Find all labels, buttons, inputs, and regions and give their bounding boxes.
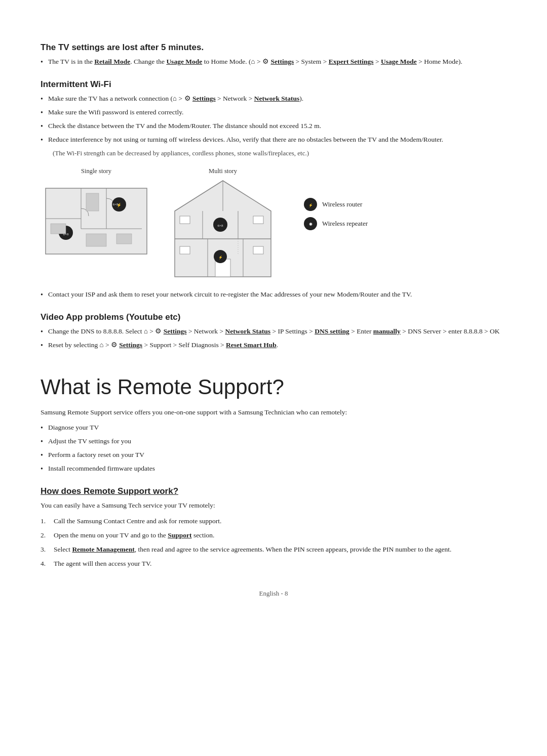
remote-support-bullet4: Install recommended firmware updates — [41, 464, 506, 474]
remote-support-title: What is Remote Support? — [41, 375, 506, 399]
single-story-svg: ⚡ 6×8 6×8 — [41, 178, 152, 259]
svg-rect-11 — [86, 234, 106, 246]
multi-story-label: Multi story — [209, 167, 237, 175]
svg-rect-24 — [253, 246, 263, 254]
svg-text:6×8: 6×8 — [113, 202, 119, 206]
wifi-bullet2: Make sure the Wifi password is entered c… — [41, 107, 506, 118]
svg-text:6×8: 6×8 — [218, 224, 223, 228]
single-story-diagram: Single story ⚡ 6×8 6×8 — [41, 167, 152, 259]
svg-rect-22 — [253, 216, 263, 224]
how-works-step3: Select Remote Management, then read and … — [41, 544, 506, 555]
svg-rect-10 — [51, 224, 66, 234]
wifi-note: (The Wi-Fi strength can be decreased by … — [53, 149, 506, 157]
video-app-bullet1: Change the DNS to 8.8.8.8. Select ⌂ > ⚙ … — [41, 326, 506, 337]
svg-rect-12 — [116, 234, 132, 244]
multi-story-diagram: Multi story — [172, 167, 274, 279]
wifi-section: Intermittent Wi-Fi Make sure the TV has … — [41, 79, 506, 300]
router-icon: ⚡ — [304, 198, 317, 211]
wifi-title: Intermittent Wi-Fi — [41, 79, 506, 90]
legend-router: ⚡ Wireless router — [304, 198, 368, 211]
how-works-intro: You can easily have a Samsung Tech servi… — [41, 500, 506, 511]
remote-support-intro: Samsung Remote Support service offers yo… — [41, 407, 506, 417]
wifi-diagram: Single story ⚡ 6×8 6×8 — [41, 167, 506, 279]
single-story-label: Single story — [81, 167, 111, 175]
video-app-bullet2: Reset by selecting ⌂ > ⚙ Settings > Supp… — [41, 340, 506, 351]
svg-text:⚡: ⚡ — [308, 203, 313, 207]
video-app-section: Video App problems (Youtube etc) Change … — [41, 312, 506, 351]
repeater-label: Wireless repeater — [322, 220, 368, 228]
page-footer: English - 8 — [41, 590, 506, 598]
how-works-section: How does Remote Support work? You can ea… — [41, 486, 506, 569]
how-works-step2: Open the menu on your TV and go to the S… — [41, 530, 506, 540]
how-works-step1: Call the Samsung Contact Centre and ask … — [41, 516, 506, 526]
legend-repeater: ❋ Wireless repeater — [304, 217, 368, 230]
svg-rect-21 — [180, 216, 190, 224]
remote-support-section: What is Remote Support? Samsung Remote S… — [41, 375, 506, 474]
wifi-legend: ⚡ Wireless router ❋ Wireless repeater — [304, 198, 368, 230]
router-label: Wireless router — [322, 200, 362, 208]
svg-rect-23 — [180, 246, 190, 254]
tv-settings-section: The TV settings are lost after 5 minutes… — [41, 43, 506, 67]
remote-support-bullet2: Adjust the TV settings for you — [41, 436, 506, 447]
tv-settings-bullet1: The TV is in the Retail Mode. Change the… — [41, 57, 506, 67]
wifi-bullet1: Make sure the TV has a network connectio… — [41, 94, 506, 104]
remote-support-bullet3: Perform a factory reset on your TV — [41, 450, 506, 460]
wifi-bullet5: Contact your ISP and ask them to reset y… — [41, 289, 506, 300]
wifi-bullet3: Check the distance between the TV and th… — [41, 121, 506, 132]
footer-text: English - 8 — [259, 590, 288, 597]
video-app-title: Video App problems (Youtube etc) — [41, 312, 506, 322]
tv-settings-title: The TV settings are lost after 5 minutes… — [41, 43, 506, 53]
svg-text:⚡: ⚡ — [218, 255, 223, 260]
svg-rect-13 — [86, 193, 99, 211]
wifi-bullet4: Reduce interference by not using or turn… — [41, 135, 506, 145]
svg-text:❋: ❋ — [309, 222, 312, 227]
multi-story-svg: 6×8 ⚡ — [172, 178, 274, 279]
remote-support-bullet1: Diagnose your TV — [41, 423, 506, 433]
repeater-icon: ❋ — [304, 217, 317, 230]
how-works-title: How does Remote Support work? — [41, 486, 506, 496]
how-works-step4: The agent will then access your TV. — [41, 559, 506, 569]
